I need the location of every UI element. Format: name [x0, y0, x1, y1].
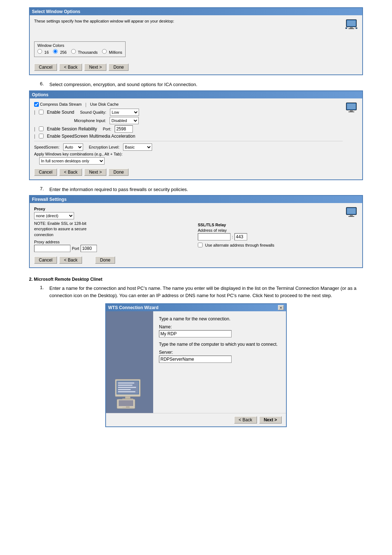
- window-colors-row: 16 256 Thousands: [37, 49, 122, 54]
- firewall-titlebar: Firewall Settings: [30, 196, 362, 203]
- step6-num: 6.: [40, 81, 47, 88]
- address-of-relay-label: Address of relay: [198, 228, 358, 232]
- wts-dialog: WTS Connection Wizard ×: [105, 303, 287, 427]
- firewall-cancel-button[interactable]: Cancel: [34, 256, 57, 264]
- proxy-select[interactable]: none (direct): [34, 212, 74, 219]
- sound-quality-select[interactable]: Low: [110, 109, 139, 116]
- step6-instruction: 6. Select compression, encryption, and s…: [40, 81, 363, 88]
- wts-back-button[interactable]: < Back: [234, 416, 257, 424]
- wts-bottom-row: < Back Next >: [106, 413, 286, 426]
- wts-computer-illustration: [115, 377, 144, 410]
- speedscreen-select[interactable]: Auto: [63, 143, 83, 151]
- radio-thousands[interactable]: [71, 49, 76, 54]
- wts-prompt1: Type a name for the new connection.: [159, 316, 280, 321]
- speedscreen-multimedia-checkbox[interactable]: [39, 134, 44, 138]
- windows-key-label: Apply Windows key combinations (e.g., Al…: [34, 152, 122, 156]
- done-button[interactable]: Done: [109, 64, 128, 71]
- options-next-button[interactable]: Next >: [84, 169, 106, 176]
- firewall-back-button[interactable]: < Back: [59, 256, 82, 264]
- svg-rect-16: [126, 406, 130, 408]
- svg-rect-26: [118, 389, 131, 390]
- microphone-row: Microphone Input: Disabled: [34, 117, 343, 124]
- radio-256-text: 256: [60, 50, 66, 54]
- page-content: Select Window Options These settings spe…: [29, 7, 363, 427]
- firewall-monitor-icon: [345, 207, 358, 220]
- proxy-address-input[interactable]: [34, 245, 70, 252]
- compress-check-row: Compress Data Stream: [34, 102, 82, 107]
- port-input[interactable]: [115, 125, 133, 133]
- options-done-button[interactable]: Done: [109, 169, 128, 176]
- port-label: Port: [72, 246, 79, 251]
- use-alternate-label: Use alternate address through firewalls: [205, 243, 274, 247]
- radio-thousands-text: Thousands: [78, 50, 98, 54]
- enable-sound-checkbox[interactable]: [39, 110, 44, 114]
- svg-rect-7: [347, 104, 356, 109]
- compress-label: Compress Data Stream: [40, 102, 82, 106]
- radio-16[interactable]: [37, 49, 42, 54]
- speedscreen-label: SpeedScreen:: [34, 145, 60, 149]
- proxy-address-label: Proxy address: [34, 240, 194, 244]
- step7-text: Enter the information required to pass f…: [49, 186, 188, 193]
- cancel-button[interactable]: Cancel: [34, 64, 57, 71]
- wts-next-button[interactable]: Next >: [259, 416, 282, 424]
- radio-millions[interactable]: [102, 49, 107, 54]
- radio-16-label[interactable]: 16: [37, 49, 49, 54]
- wts-name-input[interactable]: [159, 330, 232, 337]
- speedscreen-multimedia-row: | Enable SpeedScreen Multimedia Accelera…: [34, 134, 343, 139]
- proxy-port-input[interactable]: [81, 245, 97, 252]
- select-window-btn-row: Cancel < Back Next > Done: [34, 64, 358, 71]
- microphone-label: Microphone Input:: [74, 118, 106, 123]
- step6-text: Select compression, encryption, and soun…: [49, 81, 197, 88]
- proxy-label: Proxy: [34, 207, 194, 211]
- firewall-body: Proxy none (direct) NOTE: Enable SSL or …: [30, 203, 362, 267]
- options-back-button[interactable]: < Back: [59, 169, 82, 176]
- step2-1-instruction: 1. Enter a name for the connection and h…: [40, 285, 363, 299]
- svg-rect-22: [122, 398, 133, 400]
- select-window-body: These settings specify how the applicati…: [30, 15, 362, 74]
- svg-rect-3: [348, 28, 354, 29]
- compress-row: Compress Data Stream | Use Disk Cache: [34, 102, 343, 108]
- svg-rect-25: [118, 387, 136, 388]
- options-cancel-button[interactable]: Cancel: [34, 169, 57, 176]
- wts-server-label: Server:: [159, 350, 280, 355]
- next-button[interactable]: Next >: [84, 64, 106, 71]
- options-monitor-icon: [345, 102, 358, 115]
- svg-rect-27: [118, 391, 135, 392]
- pipe1: |: [34, 110, 35, 115]
- step7-instruction: 7. Enter the information required to pas…: [40, 186, 363, 193]
- wts-close-button[interactable]: ×: [278, 305, 284, 310]
- radio-millions-label[interactable]: Millions: [102, 49, 122, 54]
- encryption-label: Encryption Level:: [89, 145, 119, 149]
- svg-rect-13: [348, 216, 354, 217]
- svg-rect-8: [350, 110, 353, 112]
- monitor-icon: [345, 19, 358, 32]
- windows-key-select[interactable]: In full screen desktops only: [39, 157, 105, 165]
- step7-num: 7.: [40, 186, 47, 193]
- radio-256[interactable]: [53, 49, 58, 54]
- session-reliability-checkbox[interactable]: [39, 126, 44, 131]
- wts-server-input[interactable]: [159, 356, 232, 363]
- port-label: Port:: [103, 127, 111, 131]
- window-colors-label: Window Colors: [37, 43, 122, 48]
- svg-rect-12: [350, 215, 353, 216]
- step2-1-num: 1.: [40, 285, 47, 299]
- svg-rect-23: [118, 382, 134, 384]
- select-window-dialog: Select Window Options These settings spe…: [29, 7, 363, 75]
- encryption-select[interactable]: Basic: [123, 143, 152, 151]
- relay-port-input[interactable]: [234, 233, 247, 240]
- radio-256-label[interactable]: 256: [53, 49, 66, 54]
- sound-quality-label: Sound Quality:: [80, 110, 106, 114]
- radio-thousands-label[interactable]: Thousands: [71, 49, 98, 54]
- firewall-done-button[interactable]: Done: [95, 256, 115, 264]
- svg-rect-24: [118, 385, 132, 386]
- ssl-tls-label: SSL/TLS Relay: [198, 223, 358, 227]
- use-disk-cache-label: Use Disk Cache: [90, 102, 119, 106]
- pipe2: |: [34, 126, 35, 131]
- select-window-desc: These settings specify how the applicati…: [34, 19, 341, 23]
- svg-rect-1: [347, 20, 356, 26]
- use-alternate-checkbox[interactable]: [198, 243, 203, 247]
- back-button[interactable]: < Back: [59, 64, 82, 71]
- relay-address-input[interactable]: [198, 233, 230, 240]
- microphone-select[interactable]: Disabled: [110, 117, 139, 124]
- compress-checkbox[interactable]: [34, 102, 39, 107]
